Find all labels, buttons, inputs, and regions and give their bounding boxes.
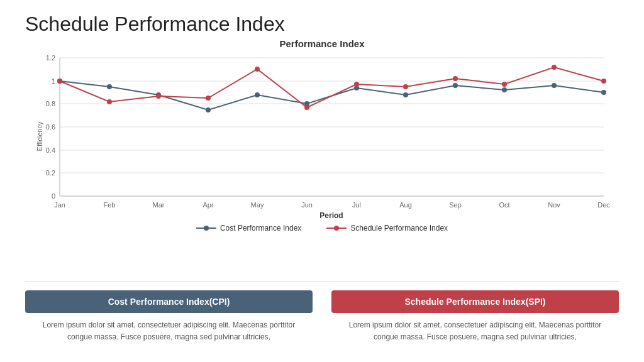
svg-point-32 [334, 226, 339, 231]
cpi-dot-may [255, 92, 260, 97]
cpi-dot-feb [107, 84, 112, 89]
chart-container: Efficiency 1.2 1 0.8 [25, 52, 619, 221]
spi-dot-mar [156, 94, 161, 99]
svg-text:May: May [251, 201, 264, 209]
page-title: Schedule Performance Index [25, 13, 619, 36]
cpi-dot-dec [601, 90, 606, 95]
legend-cpi-label: Cost Performance Index [220, 224, 301, 233]
page: Schedule Performance Index Performance I… [0, 0, 644, 362]
spi-card-header: Schedule Performance Index(SPI) [331, 290, 619, 313]
chart-area: Performance Index Efficiency 1.2 [25, 38, 619, 276]
svg-text:0: 0 [52, 192, 55, 200]
svg-text:Period: Period [319, 211, 343, 220]
legend-cpi: Cost Performance Index [196, 224, 301, 233]
legend-spi: Schedule Performance Index [326, 224, 448, 233]
svg-text:Dec: Dec [597, 201, 610, 209]
svg-text:Efficiency: Efficiency [36, 121, 43, 151]
spi-dot-feb [107, 99, 112, 104]
svg-text:0.4: 0.4 [46, 146, 55, 154]
legend-cpi-line-icon [196, 224, 216, 232]
spi-dot-jun [304, 105, 309, 110]
spi-dot-jan [57, 79, 62, 84]
svg-text:Jan: Jan [54, 201, 65, 209]
spi-dot-sep [453, 76, 458, 81]
divider [25, 281, 619, 282]
svg-text:Aug: Aug [399, 201, 412, 209]
svg-text:0.2: 0.2 [46, 169, 55, 177]
svg-text:1: 1 [52, 77, 55, 85]
spi-dot-apr [206, 96, 211, 101]
spi-dot-may [255, 67, 260, 72]
cpi-card-header: Cost Performance Index(CPI) [25, 290, 313, 313]
spi-card-body: Lorem ipsum dolor sit amet, consectetuer… [331, 313, 619, 349]
svg-text:Mar: Mar [153, 201, 165, 209]
legend-spi-line-icon [326, 224, 347, 232]
spi-dot-oct [502, 82, 507, 87]
svg-text:1.2: 1.2 [46, 54, 55, 62]
bottom-section: Cost Performance Index(CPI) Lorem ipsum … [25, 287, 619, 349]
svg-text:0.6: 0.6 [46, 123, 55, 131]
legend-spi-label: Schedule Performance Index [350, 224, 448, 233]
svg-text:Apr: Apr [203, 201, 213, 209]
cpi-card-body: Lorem ipsum dolor sit amet, consectetuer… [25, 313, 313, 349]
cpi-dot-nov [552, 83, 557, 88]
chart-legend: Cost Performance Index Schedule Performa… [196, 224, 448, 233]
cpi-dot-aug [403, 92, 408, 97]
svg-text:Sep: Sep [449, 201, 462, 209]
svg-text:Nov: Nov [548, 201, 560, 209]
spi-dot-nov [552, 65, 557, 70]
svg-point-30 [204, 226, 209, 231]
svg-text:Jul: Jul [352, 201, 361, 209]
cpi-card: Cost Performance Index(CPI) Lorem ipsum … [25, 290, 313, 349]
spi-line [60, 67, 604, 107]
spi-dot-aug [403, 84, 408, 89]
cpi-dot-sep [453, 83, 458, 88]
spi-dot-jul [354, 82, 359, 87]
svg-text:Feb: Feb [104, 201, 116, 209]
svg-text:Oct: Oct [499, 201, 509, 209]
line-chart: Efficiency 1.2 1 0.8 [25, 52, 619, 221]
cpi-dot-oct [502, 87, 507, 92]
svg-text:Jun: Jun [301, 201, 313, 209]
spi-dot-dec [601, 79, 606, 84]
chart-title: Performance Index [279, 38, 364, 49]
svg-text:0.8: 0.8 [46, 100, 55, 107]
spi-card: Schedule Performance Index(SPI) Lorem ip… [331, 290, 619, 349]
cpi-dot-apr [206, 107, 211, 112]
